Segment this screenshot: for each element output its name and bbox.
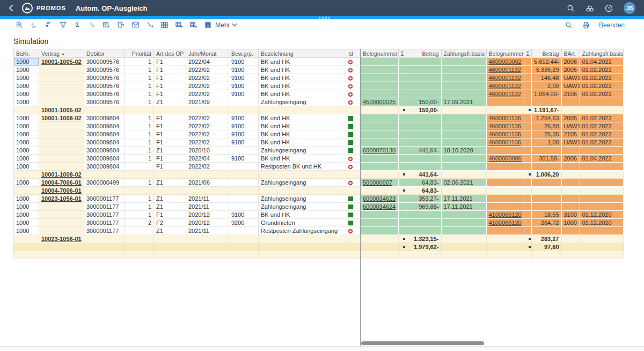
filter-icon[interactable]: [58, 21, 67, 30]
average-icon[interactable]: ½: [87, 21, 96, 30]
cell-bezeichnung: BK und HK: [259, 66, 346, 74]
column-header[interactable]: Id: [346, 49, 360, 58]
beleg-link[interactable]: 4600000006: [489, 155, 522, 162]
beleg-link[interactable]: 4500000025: [363, 99, 396, 105]
beleg-link[interactable]: 4100066120: [489, 211, 522, 218]
column-header[interactable]: BuKr.: [14, 49, 39, 58]
beleg-link[interactable]: 4600001132: [489, 67, 521, 73]
more-menu[interactable]: Mehr: [215, 21, 237, 29]
column-header[interactable]: Priorität: [125, 49, 154, 58]
toolbar-search-icon[interactable]: [565, 21, 573, 30]
vertrag-subtotal-link[interactable]: 10001-1005-02: [41, 107, 82, 113]
column-header[interactable]: Belegnummer: [486, 49, 524, 58]
column-header[interactable]: BArt: [561, 49, 580, 58]
avatar[interactable]: JB: [624, 2, 635, 14]
sort-ascending-icon[interactable]: [30, 21, 38, 30]
cell-bart: [561, 171, 580, 179]
column-header[interactable]: Betrag: [531, 49, 561, 58]
column-header[interactable]: Vertrag▲: [39, 49, 84, 58]
back-icon[interactable]: [9, 4, 13, 12]
cell-bew-grp: [229, 106, 259, 114]
cell-belegnummer-2: 4600001132: [486, 74, 524, 82]
beleg-link[interactable]: 4600001136: [489, 115, 521, 121]
beleg-link[interactable]: 4600001136: [489, 131, 521, 137]
beleg-link[interactable]: 6000034623: [363, 195, 396, 202]
beleg-link[interactable]: 6000034624: [363, 203, 396, 210]
sum-level-bullet: [403, 238, 405, 240]
grid-icon[interactable]: [160, 21, 169, 30]
column-header[interactable]: Jahr/Monat: [186, 49, 229, 58]
beleg-link[interactable]: 6000070130: [363, 147, 396, 153]
cell-debitor: 3000009804: [84, 130, 125, 138]
cell-bezeichnung: Restposten Zahlungseingang: [259, 227, 346, 235]
help-icon[interactable]: ?: [605, 4, 613, 12]
column-header[interactable]: Σ: [398, 49, 406, 58]
horizontal-scrollbar-thumb[interactable]: [361, 341, 484, 345]
copy-icon[interactable]: [116, 21, 125, 30]
display-change-icon[interactable]: [102, 21, 111, 30]
cell-belegnummer-2: [486, 203, 524, 211]
beleg-link[interactable]: 4600001136: [489, 139, 521, 145]
beleg-link[interactable]: 4100066120: [489, 220, 522, 226]
vertrag-subtotal-link[interactable]: 10001-1008-02: [41, 171, 82, 178]
cell-sum-2: [524, 171, 531, 179]
grid-settings-icon[interactable]: [174, 21, 183, 30]
vertrag-link[interactable]: 10001-1008-02: [41, 115, 82, 121]
sum-icon[interactable]: Σ: [73, 21, 82, 30]
email-icon[interactable]: [131, 21, 140, 30]
beleg-link[interactable]: 4600001136: [489, 123, 521, 129]
cell-id: [346, 195, 360, 203]
vertrag-link[interactable]: 10023-1056-01: [41, 195, 82, 202]
vertrag-link[interactable]: 10004-7006-01: [41, 179, 82, 186]
column-header[interactable]: Belegnummer: [361, 49, 398, 58]
cell-bukr: 1000: [14, 211, 39, 219]
cell-debitor: 3000009804: [84, 122, 125, 130]
column-header[interactable]: Zahlungsfr.basis: [441, 49, 486, 58]
beleg-link[interactable]: 4600001132: [489, 91, 521, 97]
search-icon[interactable]: [567, 4, 575, 12]
cell-betrag-1: [406, 74, 441, 82]
beleg-link[interactable]: 4600000002: [489, 58, 522, 65]
cell-art-des-op: [154, 187, 186, 195]
cell-sum-2: [524, 235, 531, 243]
cell-vertrag: [39, 155, 84, 163]
info-icon[interactable]: i: [203, 21, 212, 30]
column-header[interactable]: Debitor: [84, 49, 125, 58]
cell-jahr-monat: 2022/04: [186, 58, 229, 66]
column-header[interactable]: Bezeichnung: [259, 49, 346, 58]
column-header[interactable]: Betrag: [406, 49, 441, 58]
table-row: 100030000095761F12022/029100BK und HK: [14, 82, 360, 90]
binoculars-icon[interactable]: [586, 4, 594, 12]
print-icon[interactable]: [582, 21, 590, 30]
sort-descending-icon[interactable]: [44, 21, 53, 30]
column-header[interactable]: Zahlungsfr.basis: [580, 49, 623, 58]
cell-jahr-monat: 2022/02: [186, 122, 229, 130]
cell-betrag-2: [531, 147, 561, 155]
status-open-icon: [348, 100, 353, 105]
column-header[interactable]: Σ: [524, 49, 531, 58]
beleg-link[interactable]: 4600001132: [489, 75, 521, 81]
column-header[interactable]: Art des OP: [154, 49, 186, 58]
cell-debitor: 3000009804: [84, 155, 125, 163]
vertrag-subtotal-link[interactable]: 10004-7006-01: [41, 187, 82, 194]
splitter-grip[interactable]: [319, 17, 332, 19]
exit-button[interactable]: Beenden: [599, 21, 625, 29]
beleg-link[interactable]: 4600001132: [489, 83, 521, 89]
cell-bew-grp: [229, 243, 259, 251]
beleg-link[interactable]: 500000007: [363, 179, 392, 186]
grid-insert-icon[interactable]: [189, 21, 197, 30]
cell-art-des-op: [154, 106, 186, 114]
more-label: Mehr: [215, 21, 230, 29]
zoom-in-icon[interactable]: [15, 21, 24, 30]
promos-logo-icon: [22, 3, 33, 13]
column-header[interactable]: Bew.grp.: [229, 49, 259, 58]
cell-belegnummer-1: [361, 163, 398, 171]
cell-bart: UAW1: [561, 138, 580, 147]
cell-betrag-1: [406, 130, 441, 138]
drilldown-icon[interactable]: [145, 21, 154, 30]
cell-bukr: 1000: [14, 82, 39, 90]
sum-level-bullet: [403, 189, 405, 192]
vertrag-link[interactable]: 10001-1005-02: [41, 58, 82, 65]
vertrag-subtotal-link[interactable]: 10023-1056-01: [41, 236, 82, 242]
cell-belegnummer-2: [486, 251, 524, 259]
